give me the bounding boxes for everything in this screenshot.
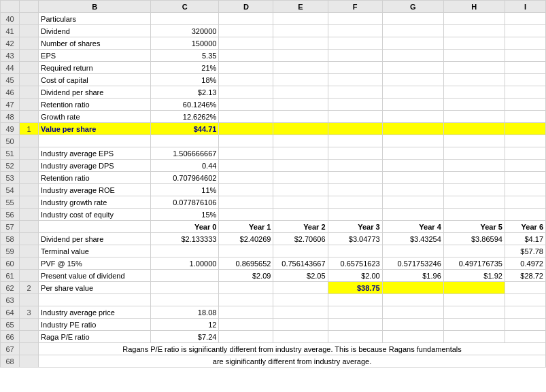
- cell-b: Retention ratio: [39, 172, 151, 184]
- cell-c: [151, 294, 219, 306]
- cell-d: [219, 13, 273, 25]
- table-row: 58Dividend per share$2.133333$2.40269$2.…: [1, 233, 546, 245]
- cell-a: [20, 355, 39, 368]
- cell-e: [273, 184, 328, 196]
- cell-g: [382, 135, 443, 147]
- cell-i: [505, 306, 545, 319]
- cell-h: [443, 74, 505, 86]
- cell-f: [328, 123, 382, 135]
- cell-i: [505, 99, 545, 111]
- column-headers: B C D E F G H I: [1, 1, 546, 13]
- cell-c: 60.1246%: [151, 99, 219, 111]
- cell-g: [382, 86, 443, 99]
- cell-e: [273, 172, 328, 184]
- cell-g: [382, 13, 443, 25]
- cell-c: 12: [151, 319, 219, 331]
- row-number: 40: [1, 13, 20, 25]
- table-row: 53Retention ratio0.707964602: [1, 172, 546, 184]
- table-row: 42Number of shares150000: [1, 37, 546, 50]
- table-row: 59Terminal value$57.78: [1, 245, 546, 257]
- cell-c: 0.707964602: [151, 172, 219, 184]
- table-row: 60PVF @ 15%1.000000.86956520.7561436670.…: [1, 257, 546, 270]
- cell-h: [443, 147, 505, 160]
- cell-a: 3: [20, 306, 39, 319]
- table-row: 67Ragans P/E ratio is significantly diff…: [1, 343, 546, 355]
- cell-g: [382, 25, 443, 37]
- cell-d: $2.40269: [219, 233, 273, 245]
- cell-b: Per share value: [39, 282, 151, 294]
- col-header-c: C: [151, 1, 219, 13]
- cell-f: [328, 172, 382, 184]
- cell-f: $2.00: [328, 270, 382, 282]
- row-number: 64: [1, 306, 20, 319]
- cell-i: [505, 184, 545, 196]
- table-row: 55Industry growth rate0.077876106: [1, 196, 546, 209]
- cell-c: [151, 245, 219, 257]
- cell-b: Industry cost of equity: [39, 209, 151, 221]
- table-row: 54Industry average ROE11%: [1, 184, 546, 196]
- row-number: 49: [1, 123, 20, 135]
- cell-g: 0.571753246: [382, 257, 443, 270]
- cell-i: [505, 196, 545, 209]
- cell-d: [219, 196, 273, 209]
- cell-b: Industry average DPS: [39, 160, 151, 172]
- table-row: 44Required return21%: [1, 62, 546, 74]
- cell-h: [443, 331, 505, 343]
- col-header-e: E: [273, 1, 328, 13]
- cell-b: [39, 221, 151, 233]
- cell-c: 5.35: [151, 50, 219, 62]
- cell-i: [505, 50, 545, 62]
- cell-f: [328, 86, 382, 99]
- cell-h: $1.92: [443, 270, 505, 282]
- cell-c: 11%: [151, 184, 219, 196]
- cell-c: 15%: [151, 209, 219, 221]
- cell-h: [443, 50, 505, 62]
- cell-c: 12.6262%: [151, 111, 219, 123]
- cell-i: [505, 135, 545, 147]
- row-number: 51: [1, 147, 20, 160]
- row-number: 67: [1, 343, 20, 355]
- table-row: 65Industry PE ratio12: [1, 319, 546, 331]
- cell-e: [273, 99, 328, 111]
- cell-d: [219, 123, 273, 135]
- cell-b: Number of shares: [39, 37, 151, 50]
- cell-e: [273, 331, 328, 343]
- cell-a: [20, 343, 39, 355]
- cell-g: [382, 74, 443, 86]
- cell-c: [151, 13, 219, 25]
- cell-e: [273, 294, 328, 306]
- cell-a: [20, 257, 39, 270]
- cell-g: [382, 306, 443, 319]
- cell-e: [273, 123, 328, 135]
- cell-c: 0.077876106: [151, 196, 219, 209]
- table-row: 41Dividend320000: [1, 25, 546, 37]
- cell-f: $3.04773: [328, 233, 382, 245]
- table-row: 57Year 0Year 1Year 2Year 3Year 4Year 5Ye…: [1, 221, 546, 233]
- cell-d: [219, 306, 273, 319]
- row-number: 68: [1, 355, 20, 368]
- cell-f: [328, 62, 382, 74]
- cell-g: [382, 184, 443, 196]
- cell-c: 1.506666667: [151, 147, 219, 160]
- cell-h: [443, 294, 505, 306]
- cell-c: 18.08: [151, 306, 219, 319]
- cell-b: Growth rate: [39, 111, 151, 123]
- table-row: 63: [1, 294, 546, 306]
- cell-d: [219, 282, 273, 294]
- col-header-b: B: [39, 1, 151, 13]
- table-row: 622Per share value$38.75: [1, 282, 546, 294]
- cell-d: [219, 86, 273, 99]
- cell-h: [443, 111, 505, 123]
- cell-e: [273, 282, 328, 294]
- cell-e: [273, 13, 328, 25]
- cell-i: [505, 123, 545, 135]
- cell-e: [273, 196, 328, 209]
- cell-e: [273, 135, 328, 147]
- cell-g: [382, 172, 443, 184]
- cell-i: [505, 147, 545, 160]
- row-number: 44: [1, 62, 20, 74]
- cell-f: [328, 147, 382, 160]
- cell-b: Dividend per share: [39, 86, 151, 99]
- table-row: 56Industry cost of equity15%: [1, 209, 546, 221]
- cell-h: [443, 196, 505, 209]
